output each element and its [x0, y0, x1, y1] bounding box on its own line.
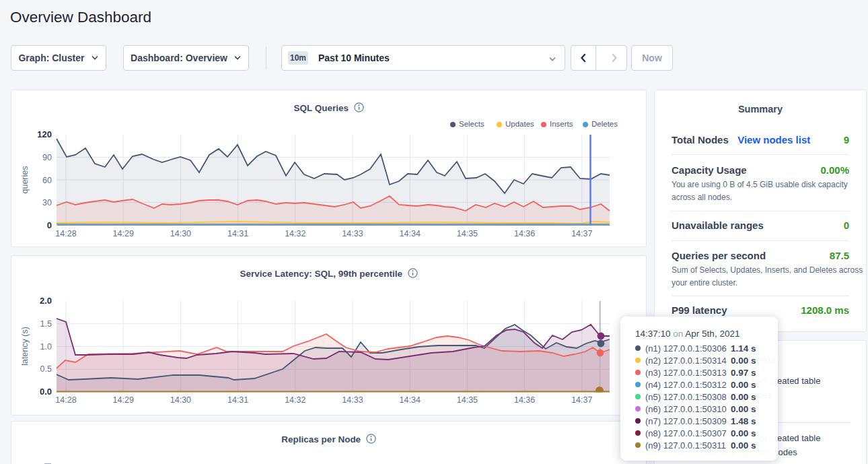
- svg-text:1.0: 1.0: [40, 342, 52, 352]
- svg-text:14:36: 14:36: [514, 395, 535, 405]
- svg-text:0.0: 0.0: [40, 387, 52, 397]
- svg-text:14:34: 14:34: [400, 395, 421, 405]
- svg-text:14:29: 14:29: [113, 395, 134, 405]
- svg-text:14:30: 14:30: [170, 229, 191, 238]
- svg-text:0.5: 0.5: [40, 364, 52, 374]
- svg-text:0: 0: [47, 220, 52, 230]
- svg-text:14:32: 14:32: [285, 229, 305, 238]
- svg-text:14:31: 14:31: [227, 229, 248, 238]
- svg-text:14:31: 14:31: [227, 395, 248, 405]
- svg-text:90: 90: [42, 153, 52, 162]
- svg-text:14:36: 14:36: [514, 229, 535, 238]
- svg-text:14:35: 14:35: [457, 395, 478, 405]
- svg-text:14:37: 14:37: [571, 229, 592, 238]
- svg-text:60: 60: [42, 176, 52, 185]
- svg-text:latency (s): latency (s): [20, 327, 30, 366]
- svg-text:14:37: 14:37: [571, 395, 592, 405]
- svg-text:1.5: 1.5: [40, 319, 52, 329]
- svg-text:14:28: 14:28: [55, 395, 76, 405]
- svg-text:14:33: 14:33: [342, 229, 363, 238]
- svg-text:2.0: 2.0: [40, 296, 52, 306]
- svg-text:14:29: 14:29: [113, 229, 134, 238]
- svg-text:14:30: 14:30: [170, 395, 191, 405]
- svg-text:30: 30: [42, 198, 52, 207]
- svg-text:queries: queries: [20, 166, 30, 194]
- svg-text:14:28: 14:28: [55, 229, 76, 238]
- svg-text:14:32: 14:32: [285, 395, 305, 405]
- svg-text:14:34: 14:34: [400, 229, 421, 238]
- svg-text:120: 120: [37, 129, 52, 139]
- svg-text:14:33: 14:33: [342, 395, 363, 405]
- svg-text:14:35: 14:35: [457, 229, 478, 238]
